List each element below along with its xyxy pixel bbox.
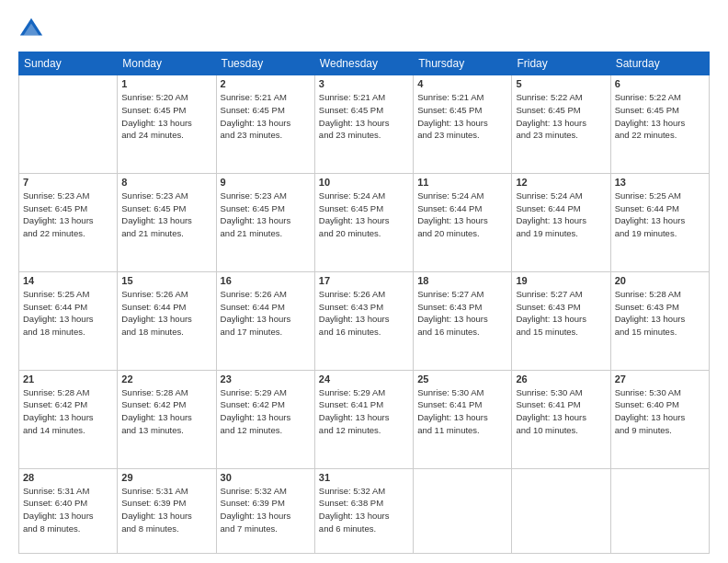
calendar-cell: 28Sunrise: 5:31 AM Sunset: 6:40 PM Dayli…	[19, 468, 118, 553]
calendar-header-monday: Monday	[118, 52, 216, 75]
day-info: Sunrise: 5:25 AM Sunset: 6:44 PM Dayligh…	[615, 190, 705, 240]
day-info: Sunrise: 5:21 AM Sunset: 6:45 PM Dayligh…	[221, 91, 311, 142]
calendar-cell: 31Sunrise: 5:32 AM Sunset: 6:38 PM Dayli…	[314, 468, 413, 553]
calendar-cell: 2Sunrise: 5:21 AM Sunset: 6:45 PM Daylig…	[216, 75, 314, 174]
logo	[18, 17, 46, 42]
calendar-header-row: SundayMondayTuesdayWednesdayThursdayFrid…	[19, 52, 710, 75]
calendar-week-2: 14Sunrise: 5:25 AM Sunset: 6:44 PM Dayli…	[19, 271, 710, 370]
calendar-table: SundayMondayTuesdayWednesdayThursdayFrid…	[18, 52, 710, 554]
calendar-cell: 26Sunrise: 5:30 AM Sunset: 6:41 PM Dayli…	[512, 370, 610, 468]
day-info: Sunrise: 5:22 AM Sunset: 6:45 PM Dayligh…	[516, 91, 606, 142]
day-number: 1	[121, 78, 211, 89]
logo-icon	[18, 17, 44, 42]
calendar-week-3: 21Sunrise: 5:28 AM Sunset: 6:42 PM Dayli…	[19, 370, 710, 468]
calendar-cell: 23Sunrise: 5:29 AM Sunset: 6:42 PM Dayli…	[216, 370, 314, 468]
day-number: 14	[23, 275, 113, 286]
day-number: 9	[221, 177, 311, 188]
day-info: Sunrise: 5:32 AM Sunset: 6:38 PM Dayligh…	[319, 485, 409, 535]
calendar-week-1: 7Sunrise: 5:23 AM Sunset: 6:45 PM Daylig…	[19, 173, 710, 271]
day-number: 5	[516, 78, 606, 89]
day-info: Sunrise: 5:30 AM Sunset: 6:41 PM Dayligh…	[516, 386, 606, 437]
day-info: Sunrise: 5:28 AM Sunset: 6:43 PM Dayligh…	[615, 288, 705, 339]
day-info: Sunrise: 5:27 AM Sunset: 6:43 PM Dayligh…	[516, 288, 606, 339]
calendar-week-0: 1Sunrise: 5:20 AM Sunset: 6:45 PM Daylig…	[19, 75, 710, 174]
calendar-cell: 7Sunrise: 5:23 AM Sunset: 6:45 PM Daylig…	[19, 173, 118, 271]
calendar-header-sunday: Sunday	[19, 52, 118, 75]
day-info: Sunrise: 5:26 AM Sunset: 6:44 PM Dayligh…	[121, 288, 211, 339]
calendar-cell: 27Sunrise: 5:30 AM Sunset: 6:40 PM Dayli…	[610, 370, 709, 468]
day-number: 22	[121, 373, 211, 385]
day-number: 18	[417, 275, 507, 286]
calendar-cell: 21Sunrise: 5:28 AM Sunset: 6:42 PM Dayli…	[19, 370, 118, 468]
day-info: Sunrise: 5:29 AM Sunset: 6:42 PM Dayligh…	[221, 386, 311, 437]
day-number: 31	[319, 472, 409, 483]
day-number: 2	[221, 78, 311, 89]
calendar-cell	[610, 468, 709, 553]
calendar-cell: 25Sunrise: 5:30 AM Sunset: 6:41 PM Dayli…	[414, 370, 512, 468]
calendar-cell: 1Sunrise: 5:20 AM Sunset: 6:45 PM Daylig…	[118, 75, 216, 174]
calendar-cell: 30Sunrise: 5:32 AM Sunset: 6:39 PM Dayli…	[216, 468, 314, 553]
calendar-week-4: 28Sunrise: 5:31 AM Sunset: 6:40 PM Dayli…	[19, 468, 710, 553]
calendar-cell: 19Sunrise: 5:27 AM Sunset: 6:43 PM Dayli…	[512, 271, 610, 370]
day-number: 17	[319, 275, 409, 286]
day-info: Sunrise: 5:30 AM Sunset: 6:41 PM Dayligh…	[417, 386, 507, 437]
calendar-header-friday: Friday	[512, 52, 610, 75]
day-number: 19	[516, 275, 606, 286]
day-info: Sunrise: 5:23 AM Sunset: 6:45 PM Dayligh…	[23, 190, 113, 240]
calendar-cell: 18Sunrise: 5:27 AM Sunset: 6:43 PM Dayli…	[414, 271, 512, 370]
calendar-cell	[19, 75, 118, 174]
day-info: Sunrise: 5:26 AM Sunset: 6:44 PM Dayligh…	[221, 288, 311, 339]
day-number: 28	[23, 472, 113, 483]
day-info: Sunrise: 5:32 AM Sunset: 6:39 PM Dayligh…	[221, 485, 311, 535]
calendar-cell: 12Sunrise: 5:24 AM Sunset: 6:44 PM Dayli…	[512, 173, 610, 271]
day-info: Sunrise: 5:26 AM Sunset: 6:43 PM Dayligh…	[319, 288, 409, 339]
day-number: 29	[121, 472, 211, 483]
calendar-cell: 10Sunrise: 5:24 AM Sunset: 6:45 PM Dayli…	[314, 173, 413, 271]
day-number: 16	[221, 275, 311, 286]
day-number: 26	[516, 373, 606, 385]
calendar-cell: 9Sunrise: 5:23 AM Sunset: 6:45 PM Daylig…	[216, 173, 314, 271]
calendar-cell: 8Sunrise: 5:23 AM Sunset: 6:45 PM Daylig…	[118, 173, 216, 271]
header	[18, 17, 710, 42]
calendar-header-saturday: Saturday	[610, 52, 709, 75]
day-number: 25	[417, 373, 507, 385]
calendar-cell: 17Sunrise: 5:26 AM Sunset: 6:43 PM Dayli…	[314, 271, 413, 370]
day-info: Sunrise: 5:27 AM Sunset: 6:43 PM Dayligh…	[417, 288, 507, 339]
calendar-cell: 6Sunrise: 5:22 AM Sunset: 6:45 PM Daylig…	[610, 75, 709, 174]
day-number: 24	[319, 373, 409, 385]
day-number: 20	[615, 275, 705, 286]
day-number: 10	[319, 177, 409, 188]
day-number: 3	[319, 78, 409, 89]
calendar-cell: 5Sunrise: 5:22 AM Sunset: 6:45 PM Daylig…	[512, 75, 610, 174]
day-number: 23	[221, 373, 311, 385]
calendar-cell: 13Sunrise: 5:25 AM Sunset: 6:44 PM Dayli…	[610, 173, 709, 271]
calendar-cell	[512, 468, 610, 553]
day-info: Sunrise: 5:21 AM Sunset: 6:45 PM Dayligh…	[417, 91, 507, 142]
day-info: Sunrise: 5:25 AM Sunset: 6:44 PM Dayligh…	[23, 288, 113, 339]
day-info: Sunrise: 5:23 AM Sunset: 6:45 PM Dayligh…	[221, 190, 311, 240]
calendar-cell	[414, 468, 512, 553]
calendar-cell: 4Sunrise: 5:21 AM Sunset: 6:45 PM Daylig…	[414, 75, 512, 174]
day-number: 27	[615, 373, 705, 385]
day-info: Sunrise: 5:31 AM Sunset: 6:40 PM Dayligh…	[23, 485, 113, 535]
day-number: 30	[221, 472, 311, 483]
day-info: Sunrise: 5:29 AM Sunset: 6:41 PM Dayligh…	[319, 386, 409, 437]
day-info: Sunrise: 5:24 AM Sunset: 6:44 PM Dayligh…	[417, 190, 507, 240]
day-info: Sunrise: 5:28 AM Sunset: 6:42 PM Dayligh…	[121, 386, 211, 437]
day-info: Sunrise: 5:24 AM Sunset: 6:45 PM Dayligh…	[319, 190, 409, 240]
day-info: Sunrise: 5:21 AM Sunset: 6:45 PM Dayligh…	[319, 91, 409, 142]
calendar-cell: 22Sunrise: 5:28 AM Sunset: 6:42 PM Dayli…	[118, 370, 216, 468]
day-info: Sunrise: 5:24 AM Sunset: 6:44 PM Dayligh…	[516, 190, 606, 240]
calendar-cell: 29Sunrise: 5:31 AM Sunset: 6:39 PM Dayli…	[118, 468, 216, 553]
day-info: Sunrise: 5:28 AM Sunset: 6:42 PM Dayligh…	[23, 386, 113, 437]
day-info: Sunrise: 5:22 AM Sunset: 6:45 PM Dayligh…	[615, 91, 705, 142]
page: SundayMondayTuesdayWednesdayThursdayFrid…	[0, 0, 728, 563]
calendar-header-thursday: Thursday	[414, 52, 512, 75]
day-number: 13	[615, 177, 705, 188]
calendar-cell: 14Sunrise: 5:25 AM Sunset: 6:44 PM Dayli…	[19, 271, 118, 370]
day-number: 8	[121, 177, 211, 188]
day-number: 21	[23, 373, 113, 385]
day-number: 7	[23, 177, 113, 188]
day-info: Sunrise: 5:30 AM Sunset: 6:40 PM Dayligh…	[615, 386, 705, 437]
calendar-header-wednesday: Wednesday	[314, 52, 413, 75]
